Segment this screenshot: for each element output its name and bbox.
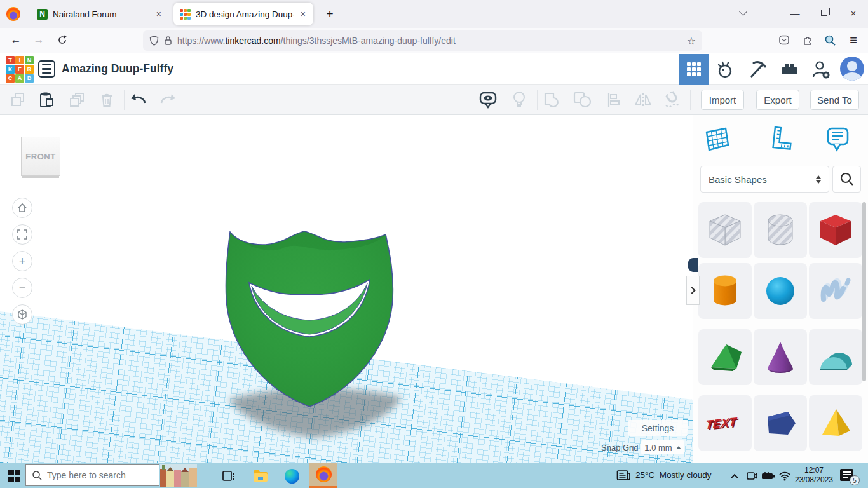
close-button[interactable]: × bbox=[839, 0, 868, 25]
workplane-tool-icon[interactable] bbox=[701, 124, 731, 154]
blocks-grid-icon[interactable] bbox=[679, 54, 709, 85]
settings-button[interactable]: Settings bbox=[628, 420, 688, 436]
menu-hamburger-icon[interactable]: ≡ bbox=[844, 30, 863, 50]
edge-icon[interactable] bbox=[283, 468, 300, 484]
undo-icon[interactable] bbox=[128, 90, 149, 110]
tab-title: 3D design Amazing Duup-Fulff bbox=[196, 10, 294, 19]
tab-close-icon[interactable]: × bbox=[299, 9, 307, 19]
wifi-icon[interactable] bbox=[776, 468, 793, 484]
url-bar[interactable]: https://www.tinkercad.com/things/3thssje… bbox=[143, 30, 702, 51]
temperature-label[interactable]: 25°C Mostly cloudy bbox=[635, 470, 711, 480]
orange-cylinder-shape[interactable] bbox=[698, 263, 752, 319]
align-icon[interactable] bbox=[604, 90, 624, 110]
paste-icon[interactable] bbox=[36, 90, 57, 110]
home-icon bbox=[17, 202, 28, 214]
perspective-cube-icon bbox=[17, 309, 28, 320]
zoom-out-button[interactable]: − bbox=[12, 278, 32, 298]
pocket-icon[interactable] bbox=[775, 30, 794, 50]
mirror-icon[interactable] bbox=[633, 90, 653, 110]
zoom-magnifier-icon[interactable] bbox=[820, 30, 839, 50]
clock-date: 23/08/2023 bbox=[793, 475, 835, 485]
green-roof-shape[interactable] bbox=[698, 329, 752, 385]
design-title[interactable]: Amazing Duup-Fulffy bbox=[62, 62, 173, 76]
new-tab-button[interactable]: + bbox=[321, 5, 339, 23]
show-all-icon[interactable] bbox=[478, 90, 498, 110]
tinkercad-favicon-icon bbox=[180, 9, 191, 20]
export-button[interactable]: Export bbox=[756, 90, 799, 110]
send-to-button[interactable]: Send To bbox=[810, 90, 859, 110]
tray-chevron-up-icon[interactable] bbox=[726, 468, 743, 484]
minimize-button[interactable]: — bbox=[780, 0, 810, 25]
news-widget-icon[interactable] bbox=[615, 468, 632, 484]
scribble-shape[interactable] bbox=[809, 263, 862, 319]
forward-button[interactable]: → bbox=[29, 30, 48, 50]
redo-icon[interactable] bbox=[158, 90, 178, 110]
battery-icon[interactable] bbox=[760, 468, 776, 484]
purple-cone-shape[interactable] bbox=[754, 329, 807, 385]
ruler-tool-icon[interactable] bbox=[765, 124, 796, 154]
meet-now-icon[interactable] bbox=[743, 468, 760, 484]
cylinder-hole-shape[interactable] bbox=[754, 202, 807, 258]
profile-avatar[interactable] bbox=[840, 57, 864, 81]
light-bulb-icon[interactable] bbox=[509, 90, 529, 110]
shape-search-button[interactable] bbox=[832, 166, 861, 193]
back-button[interactable]: ← bbox=[6, 30, 25, 50]
fit-view-icon bbox=[17, 229, 28, 240]
viewport-3d[interactable]: FRONT + − Settings Snap Grid 1.0 mm bbox=[0, 115, 693, 463]
zoom-in-button[interactable]: + bbox=[12, 251, 32, 271]
add-collaborator-icon[interactable] bbox=[806, 54, 836, 85]
start-button[interactable] bbox=[8, 470, 20, 482]
tab-nairaland[interactable]: N Nairaland Forum × bbox=[31, 3, 169, 25]
magnet-snap-icon[interactable] bbox=[662, 90, 682, 110]
delete-icon[interactable] bbox=[97, 90, 117, 110]
copy-icon[interactable] bbox=[8, 90, 28, 110]
bing-daily-image[interactable] bbox=[160, 464, 197, 487]
list-all-tabs-button[interactable] bbox=[728, 0, 757, 25]
tab-tinkercad-active[interactable]: 3D design Amazing Duup-Fulff × bbox=[173, 3, 313, 25]
box-hole-shape[interactable] bbox=[698, 202, 752, 258]
toolbar-separator bbox=[473, 90, 473, 110]
chevron-up-icon bbox=[676, 446, 681, 449]
search-input[interactable] bbox=[47, 470, 149, 480]
perspective-toggle-button[interactable] bbox=[12, 304, 32, 325]
red-box-shape[interactable] bbox=[809, 202, 862, 258]
reload-button[interactable] bbox=[53, 30, 72, 50]
sim-lab-icon[interactable] bbox=[710, 54, 741, 85]
design-menu-icon[interactable] bbox=[38, 60, 55, 78]
tab-title: Nairaland Forum bbox=[53, 10, 150, 19]
task-view-icon[interactable] bbox=[220, 468, 237, 484]
lock-icon[interactable] bbox=[164, 36, 172, 46]
blue-sphere-shape[interactable] bbox=[754, 263, 807, 319]
dropdown-arrows-icon bbox=[816, 175, 821, 184]
red-text-shape[interactable]: TEXTTEXT bbox=[698, 395, 752, 451]
yellow-pyramid-shape[interactable] bbox=[809, 395, 862, 451]
viewcube-front[interactable]: FRONT bbox=[21, 137, 60, 176]
group-icon[interactable] bbox=[541, 90, 562, 110]
import-button[interactable]: Import bbox=[701, 90, 744, 110]
panel-scrollbar[interactable] bbox=[862, 202, 866, 381]
tinkercad-logo[interactable]: TIN KER CAD bbox=[6, 56, 34, 83]
shape-category-dropdown[interactable]: Basic Shapes bbox=[700, 166, 829, 193]
firefox-taskbar-button[interactable] bbox=[309, 463, 337, 488]
ungroup-icon[interactable] bbox=[572, 90, 592, 110]
restore-button[interactable] bbox=[810, 0, 839, 25]
taskbar-search[interactable] bbox=[25, 464, 159, 486]
snap-grid-dropdown[interactable]: 1.0 mm bbox=[641, 440, 684, 454]
shield-icon[interactable] bbox=[149, 36, 159, 46]
teal-round-roof-shape[interactable] bbox=[809, 329, 862, 385]
home-view-button[interactable] bbox=[12, 198, 32, 218]
file-explorer-icon[interactable] bbox=[252, 468, 269, 484]
blue-polygon-shape[interactable] bbox=[754, 395, 807, 451]
fit-view-button[interactable] bbox=[12, 224, 32, 245]
bookmark-star-icon[interactable]: ☆ bbox=[687, 35, 696, 47]
brick-icon[interactable] bbox=[774, 54, 804, 85]
tab-close-icon[interactable]: × bbox=[155, 9, 163, 19]
notes-tool-icon[interactable] bbox=[822, 124, 853, 154]
extensions-puzzle-icon[interactable] bbox=[798, 30, 817, 50]
minecraft-pickaxe-icon[interactable] bbox=[742, 54, 773, 85]
search-icon bbox=[32, 470, 42, 480]
taskbar-clock[interactable]: 12:07 23/08/2023 bbox=[793, 466, 835, 485]
duplicate-icon[interactable] bbox=[67, 90, 87, 110]
model-green-shape[interactable] bbox=[224, 230, 394, 409]
panel-collapse-handle[interactable] bbox=[686, 276, 700, 305]
